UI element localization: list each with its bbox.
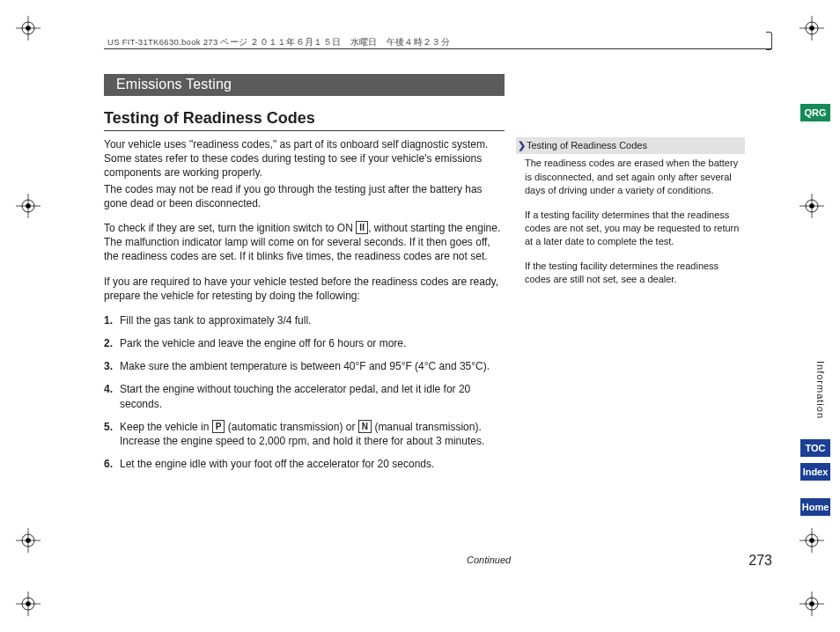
svg-point-24 bbox=[22, 534, 34, 547]
keycap-icon: N bbox=[358, 420, 372, 433]
svg-point-31 bbox=[809, 538, 814, 543]
crop-mark-icon bbox=[799, 592, 824, 616]
body-column: Your vehicle uses "readiness codes," as … bbox=[104, 137, 505, 480]
svg-point-19 bbox=[26, 203, 31, 209]
list-item: Start the engine without touching the ac… bbox=[104, 382, 505, 410]
crop-mark-icon bbox=[16, 194, 41, 218]
tab-toc[interactable]: TOC bbox=[800, 439, 830, 457]
svg-point-20 bbox=[806, 200, 818, 212]
header-rule-end-icon bbox=[766, 32, 772, 50]
crop-mark-icon bbox=[16, 528, 41, 553]
svg-point-12 bbox=[806, 598, 818, 610]
section-heading: Testing of Readiness Codes bbox=[104, 109, 315, 128]
svg-point-23 bbox=[809, 203, 814, 209]
header-rule bbox=[104, 48, 772, 49]
chapter-title: Emissions Testing bbox=[104, 74, 505, 96]
chevron-right-icon: ❯ bbox=[518, 139, 527, 152]
crop-mark-icon bbox=[799, 16, 824, 40]
svg-point-4 bbox=[806, 22, 818, 34]
procedure-list: Fill the gas tank to approximately 3/4 f… bbox=[104, 313, 505, 472]
keycap-icon: II bbox=[356, 221, 368, 234]
tab-index[interactable]: Index bbox=[800, 463, 830, 481]
svg-point-0 bbox=[22, 22, 34, 34]
crop-mark-icon bbox=[16, 592, 41, 616]
crop-mark-icon bbox=[16, 16, 41, 40]
info-sidebar-title: Testing of Readiness Codes bbox=[527, 140, 647, 151]
info-sidebar-paragraph: The readiness codes are erased when the … bbox=[516, 157, 745, 197]
section-tab-label: Information bbox=[815, 361, 826, 419]
crop-mark-icon bbox=[799, 528, 824, 553]
body-paragraph: If you are required to have your vehicle… bbox=[104, 275, 505, 303]
body-text: To check if they are set, turn the ignit… bbox=[104, 222, 356, 234]
body-paragraph: The codes may not be read if you go thro… bbox=[104, 182, 505, 210]
body-text: Keep the vehicle in bbox=[120, 421, 212, 433]
info-sidebar-paragraph: If the testing facility determines the r… bbox=[516, 260, 745, 287]
tab-qrg[interactable]: QRG bbox=[800, 104, 830, 121]
list-item: Fill the gas tank to approximately 3/4 f… bbox=[104, 313, 505, 327]
header-crumb: US FIT-31TK6630.book 273 ページ ２０１１年６月１５日 … bbox=[107, 37, 450, 48]
list-item: Let the engine idle with your foot off t… bbox=[104, 457, 505, 471]
section-rule bbox=[104, 130, 505, 131]
keycap-icon: P bbox=[212, 420, 225, 433]
body-paragraph: Your vehicle uses "readiness codes," as … bbox=[104, 137, 505, 180]
list-item: Park the vehicle and leave the engine of… bbox=[104, 336, 505, 350]
continued-label: Continued bbox=[467, 555, 511, 565]
page-number: 273 bbox=[748, 553, 772, 569]
svg-point-11 bbox=[26, 601, 31, 606]
body-text: (automatic transmission) or bbox=[225, 421, 357, 433]
crop-mark-icon bbox=[799, 194, 824, 218]
info-sidebar: ❯Testing of Readiness Codes The readines… bbox=[516, 137, 745, 298]
svg-point-15 bbox=[809, 601, 814, 606]
info-sidebar-heading: ❯Testing of Readiness Codes bbox=[516, 137, 745, 154]
tab-home[interactable]: Home bbox=[800, 498, 830, 516]
svg-point-28 bbox=[806, 534, 818, 547]
svg-point-7 bbox=[809, 26, 814, 31]
list-item: Make sure the ambient temperature is bet… bbox=[104, 359, 505, 373]
body-paragraph: To check if they are set, turn the ignit… bbox=[104, 221, 505, 264]
list-item: Keep the vehicle in P (automatic transmi… bbox=[104, 420, 505, 448]
svg-point-3 bbox=[26, 26, 31, 31]
svg-point-27 bbox=[26, 538, 31, 543]
info-sidebar-paragraph: If a testing facility determines that th… bbox=[516, 209, 745, 249]
svg-point-8 bbox=[22, 598, 34, 610]
svg-point-16 bbox=[22, 200, 34, 212]
